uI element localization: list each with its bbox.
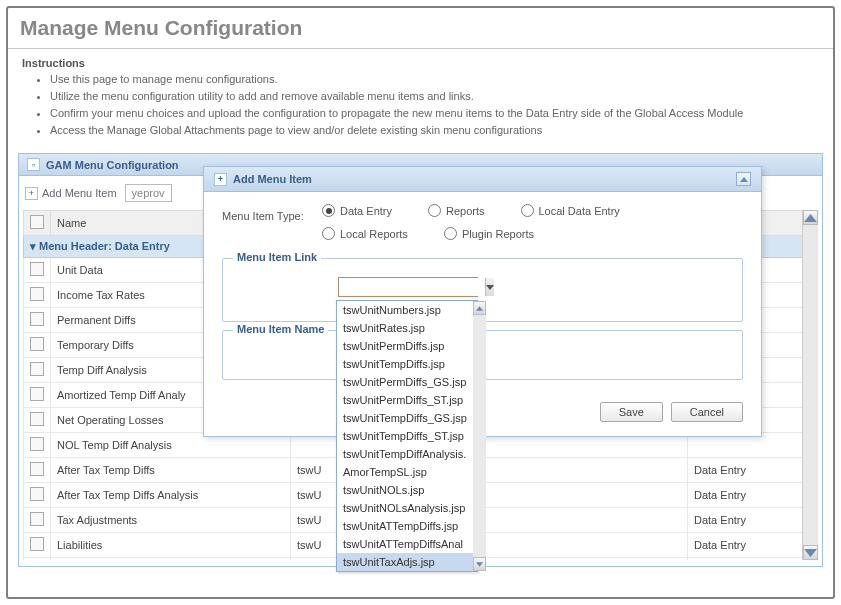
dropdown-option[interactable]: tswUnitNumbers.jsp	[337, 301, 473, 319]
col-checkbox[interactable]	[24, 211, 51, 236]
radio-icon	[322, 227, 335, 240]
add-icon: +	[25, 187, 38, 200]
cell-name: After Tax Temp Diffs	[51, 458, 291, 483]
row-checkbox[interactable]	[30, 312, 44, 326]
scroll-down-icon[interactable]	[473, 557, 486, 571]
radio-plugin-reports[interactable]: Plugin Reports	[444, 227, 534, 240]
instruction-item: Access the Manage Global Attachments pag…	[50, 122, 819, 139]
row-checkbox[interactable]	[30, 437, 44, 451]
row-checkbox[interactable]	[30, 512, 44, 526]
row-checkbox[interactable]	[30, 362, 44, 376]
row-checkbox[interactable]	[30, 412, 44, 426]
dropdown-option[interactable]: tswUnitTempDiffs_GS.jsp	[337, 409, 473, 427]
instruction-item: Utilize the menu configuration utility t…	[50, 88, 819, 105]
link-dropdown-list[interactable]: tswUnitNumbers.jsptswUnitRates.jsptswUni…	[336, 300, 478, 572]
dialog-header[interactable]: + Add Menu Item	[204, 167, 761, 192]
scroll-up-icon[interactable]	[803, 210, 818, 225]
dropdown-option[interactable]: tswUnitTaxAdjs.jsp	[337, 553, 473, 571]
dropdown-option[interactable]: tswUnitPermDiffs_ST.jsp	[337, 391, 473, 409]
cell-type: Data Entry	[688, 533, 818, 558]
dropdown-scrollbar[interactable]	[473, 301, 486, 571]
dropdown-option[interactable]: AmorTempSL.jsp	[337, 463, 473, 481]
menu-type-row: Menu Item Type: Data Entry Reports Local…	[222, 204, 743, 227]
scroll-track[interactable]	[803, 225, 818, 545]
scroll-up-icon[interactable]	[473, 301, 486, 315]
link-input[interactable]	[339, 278, 485, 296]
dropdown-option[interactable]: tswUnitNOLsAnalysis.jsp	[337, 499, 473, 517]
collapse-icon[interactable]	[736, 172, 751, 186]
dropdown-option[interactable]: tswUnitATTempDiffsAnal	[337, 535, 473, 553]
instruction-item: Confirm your menu choices and upload the…	[50, 105, 819, 122]
menu-type-row-2: Local Reports Plugin Reports	[222, 227, 743, 250]
dropdown-option[interactable]: tswUnitTempDiffs.jsp	[337, 355, 473, 373]
instructions-block: Instructions Use this page to manage men…	[8, 49, 833, 149]
cell-type: Data Entry	[688, 483, 818, 508]
radio-local-reports[interactable]: Local Reports	[322, 227, 408, 240]
row-checkbox[interactable]	[30, 537, 44, 551]
panel-icon: ▫	[27, 158, 40, 171]
radio-icon	[444, 227, 457, 240]
link-legend: Menu Item Link	[233, 251, 321, 263]
radio-data-entry[interactable]: Data Entry	[322, 204, 392, 217]
cancel-button[interactable]: Cancel	[671, 402, 743, 422]
radio-icon	[521, 204, 534, 217]
cell-name: After Tax Temp Diffs Analysis	[51, 483, 291, 508]
radio-local-data-entry[interactable]: Local Data Entry	[521, 204, 620, 217]
instruction-item: Use this page to manage menu configurati…	[50, 71, 819, 88]
row-checkbox[interactable]	[30, 462, 44, 476]
cell-type: Data Entry	[688, 558, 818, 561]
dropdown-option[interactable]: tswUnitATTempDiffs.jsp	[337, 517, 473, 535]
row-checkbox[interactable]	[30, 262, 44, 276]
cell-name: Payable	[51, 558, 291, 561]
save-button[interactable]: Save	[600, 402, 663, 422]
dropdown-option[interactable]: tswUnitPermDiffs_GS.jsp	[337, 373, 473, 391]
cell-name: Tax Adjustments	[51, 508, 291, 533]
link-combo[interactable]	[338, 277, 478, 297]
yeprov-field[interactable]: yeprov	[125, 184, 172, 202]
dropdown-option[interactable]: tswUnitNOLs.jsp	[337, 481, 473, 499]
dropdown-option[interactable]: tswUnitTempDiffs_ST.jsp	[337, 427, 473, 445]
add-menu-item-link[interactable]: + Add Menu Item	[25, 187, 117, 200]
instructions-heading: Instructions	[22, 57, 819, 69]
menu-type-label: Menu Item Type:	[222, 210, 322, 222]
dropdown-option[interactable]: tswUnitRates.jsp	[337, 319, 473, 337]
scroll-down-icon[interactable]	[803, 545, 818, 560]
dropdown-option[interactable]: tswUnitTempDiffAnalysis.	[337, 445, 473, 463]
dialog-title: Add Menu Item	[233, 173, 312, 185]
page-title: Manage Menu Configuration	[8, 8, 833, 49]
radio-icon	[322, 204, 335, 217]
cell-type: Data Entry	[688, 508, 818, 533]
row-checkbox[interactable]	[30, 487, 44, 501]
instructions-list: Use this page to manage menu configurati…	[22, 71, 819, 139]
radio-reports[interactable]: Reports	[428, 204, 485, 217]
grid-scrollbar[interactable]	[802, 210, 818, 560]
combo-dropdown-icon[interactable]	[485, 278, 494, 296]
radio-icon	[428, 204, 441, 217]
name-legend: Menu Item Name	[233, 323, 328, 335]
row-checkbox[interactable]	[30, 287, 44, 301]
cell-type: Data Entry	[688, 458, 818, 483]
dropdown-option[interactable]: tswUnitPermDiffs.jsp	[337, 337, 473, 355]
app-frame: Manage Menu Configuration Instructions U…	[6, 6, 835, 599]
row-checkbox[interactable]	[30, 387, 44, 401]
add-menu-item-label: Add Menu Item	[42, 187, 117, 199]
row-checkbox[interactable]	[30, 337, 44, 351]
dialog-icon: +	[214, 173, 227, 186]
cell-name: Liabilities	[51, 533, 291, 558]
panel-title: GAM Menu Configuration	[46, 159, 179, 171]
